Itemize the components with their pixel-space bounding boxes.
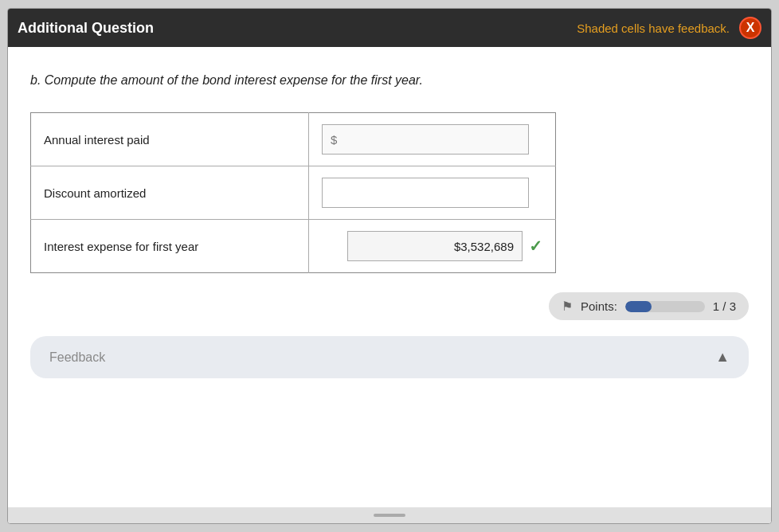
question-text: b. Compute the amount of the bond intere… [30, 71, 749, 90]
flag-icon: ⚑ [562, 299, 573, 314]
window-title: Additional Question [18, 20, 154, 37]
feedback-section[interactable]: Feedback ▲ [30, 336, 749, 378]
drag-handle [374, 514, 405, 517]
points-bar-fill [625, 301, 652, 312]
row-result-interest-expense: $3,532,689 ✓ [309, 220, 556, 273]
points-bar-container [625, 301, 705, 312]
data-table: Annual interest paid Discount amortized [30, 112, 556, 273]
points-label: Points: [581, 299, 617, 313]
discount-amortized-input[interactable] [322, 178, 529, 208]
annual-interest-input[interactable] [322, 124, 529, 155]
row-label-annual-interest: Annual interest paid [31, 113, 309, 166]
row-input-annual-interest [309, 113, 556, 166]
title-bar-left: Additional Question [18, 20, 154, 37]
result-cell: $3,532,689 ✓ [322, 231, 542, 261]
input-cell-discount [322, 178, 542, 208]
row-label-discount: Discount amortized [31, 166, 309, 220]
close-button[interactable]: X [739, 17, 761, 39]
bottom-bar [8, 507, 771, 523]
content-area: b. Compute the amount of the bond intere… [8, 47, 771, 507]
feedback-arrow-icon: ▲ [715, 349, 730, 366]
points-badge: ⚑ Points: 1 / 3 [549, 292, 749, 320]
table-row: Annual interest paid [31, 113, 556, 166]
input-cell-annual [322, 124, 542, 155]
main-window: Additional Question Shaded cells have fe… [7, 8, 772, 524]
title-bar-right: Shaded cells have feedback. X [577, 17, 761, 39]
points-fraction: 1 / 3 [713, 299, 736, 313]
row-input-discount [309, 166, 556, 220]
title-bar: Additional Question Shaded cells have fe… [8, 9, 771, 47]
feedback-notice: Shaded cells have feedback. [577, 22, 730, 35]
check-icon: ✓ [529, 237, 542, 256]
table-row: Discount amortized [31, 166, 556, 220]
points-area: ⚑ Points: 1 / 3 [30, 292, 749, 320]
row-label-interest-expense: Interest expense for first year [31, 220, 309, 273]
table-row: Interest expense for first year $3,532,6… [31, 220, 556, 273]
result-value: $3,532,689 [347, 231, 523, 261]
feedback-label: Feedback [49, 350, 105, 365]
